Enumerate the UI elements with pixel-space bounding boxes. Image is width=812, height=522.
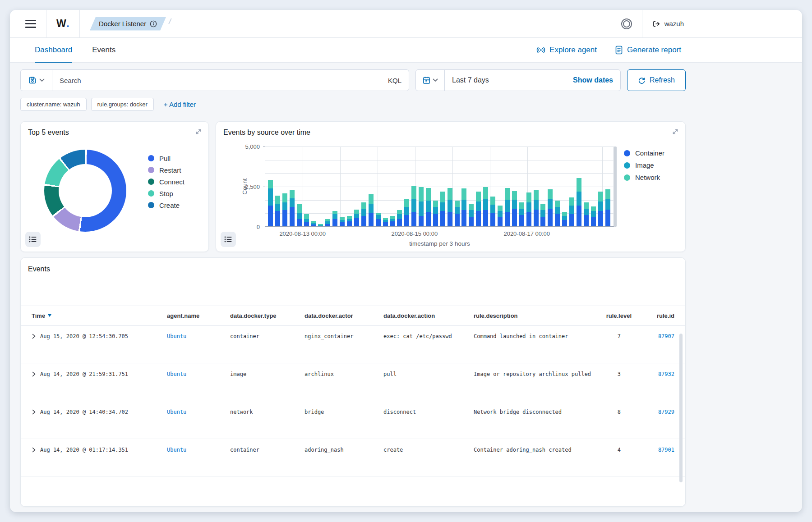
column-header-time[interactable]: Time xyxy=(32,312,167,319)
stacked-bar[interactable] xyxy=(598,192,603,226)
column-header-description[interactable]: rule.description xyxy=(474,312,595,319)
filter-pill[interactable]: cluster.name: wazuh xyxy=(20,98,87,111)
expand-row-icon[interactable] xyxy=(32,334,36,339)
kql-toggle[interactable]: KQL xyxy=(381,77,409,84)
stacked-bar[interactable] xyxy=(476,192,481,226)
stacked-bar[interactable] xyxy=(325,219,330,226)
agent-link[interactable]: Ubuntu xyxy=(167,333,186,339)
newsfeed-icon[interactable] xyxy=(621,18,632,29)
info-icon[interactable] xyxy=(150,20,157,27)
cell-time[interactable]: Aug 15, 2020 @ 12:54:30.705 xyxy=(32,333,167,339)
stacked-bar[interactable] xyxy=(433,201,438,226)
stacked-bar[interactable] xyxy=(534,190,539,226)
stacked-bar[interactable] xyxy=(397,210,402,226)
rule-id-link[interactable]: 87929 xyxy=(658,409,674,415)
stacked-bar[interactable] xyxy=(340,217,345,226)
stacked-bar[interactable] xyxy=(390,216,395,226)
filter-pill[interactable]: rule.groups: docker xyxy=(91,98,154,111)
expand-icon[interactable] xyxy=(195,128,202,135)
stacked-bar[interactable] xyxy=(376,213,381,226)
inspect-list-icon[interactable] xyxy=(221,232,236,247)
legend-item-restart[interactable]: Restart xyxy=(148,164,185,176)
saved-query-menu[interactable] xyxy=(21,70,52,91)
rule-id-link[interactable]: 87932 xyxy=(658,371,674,377)
stacked-bar[interactable] xyxy=(469,204,474,226)
stacked-bar[interactable] xyxy=(490,197,495,226)
stacked-bar[interactable] xyxy=(297,204,302,226)
user-menu[interactable]: wazuh xyxy=(652,20,684,28)
stacked-bar[interactable] xyxy=(584,202,589,226)
agent-link[interactable]: Ubuntu xyxy=(167,447,186,453)
inspect-list-icon[interactable] xyxy=(25,232,41,247)
stacked-bar[interactable] xyxy=(526,192,531,226)
stacked-bar[interactable] xyxy=(411,186,416,226)
table-scrollbar[interactable] xyxy=(679,334,683,482)
stacked-bar[interactable] xyxy=(290,190,295,226)
stacked-bar[interactable] xyxy=(555,201,560,226)
stacked-bar[interactable] xyxy=(605,189,610,226)
stacked-bar[interactable] xyxy=(562,212,567,226)
cell-time[interactable]: Aug 14, 2020 @ 14:40:34.702 xyxy=(32,409,167,415)
explore-agent-button[interactable]: Explore agent xyxy=(536,46,597,55)
expand-row-icon[interactable] xyxy=(32,371,36,377)
stacked-bar[interactable] xyxy=(548,189,553,226)
stacked-bar[interactable] xyxy=(361,202,366,226)
stacked-bar[interactable] xyxy=(419,187,424,226)
date-quick-menu[interactable] xyxy=(416,70,445,91)
date-range-value[interactable]: Last 7 days xyxy=(445,76,566,84)
legend-item-pull[interactable]: Pull xyxy=(148,152,185,164)
legend-item-network[interactable]: Network xyxy=(624,171,677,183)
rule-id-link[interactable]: 87901 xyxy=(658,447,674,453)
search-input[interactable]: Search xyxy=(52,77,381,84)
legend-item-image[interactable]: Image xyxy=(624,159,677,171)
stacked-bar[interactable] xyxy=(498,206,503,226)
column-header-action[interactable]: data.docker.action xyxy=(383,312,474,319)
rule-id-link[interactable]: 87907 xyxy=(658,333,674,339)
stacked-bar[interactable] xyxy=(591,206,596,226)
generate-report-button[interactable]: Generate report xyxy=(615,46,681,55)
stacked-bar[interactable] xyxy=(512,191,517,226)
agent-link[interactable]: Ubuntu xyxy=(167,371,186,377)
stacked-bar[interactable] xyxy=(332,211,337,226)
stacked-bar[interactable] xyxy=(282,193,287,226)
stacked-bar[interactable] xyxy=(354,210,359,226)
legend-item-create[interactable]: Create xyxy=(148,199,185,211)
expand-icon[interactable] xyxy=(672,128,679,135)
stacked-bar[interactable] xyxy=(455,201,460,226)
legend-item-container[interactable]: Container xyxy=(624,147,677,159)
expand-row-icon[interactable] xyxy=(32,409,36,415)
stacked-bar[interactable] xyxy=(483,187,488,226)
column-header-id[interactable]: rule.id xyxy=(632,312,674,319)
stacked-bar[interactable] xyxy=(540,204,545,226)
stacked-bar[interactable] xyxy=(505,188,510,226)
tab-events[interactable]: Events xyxy=(92,38,115,62)
column-header-type[interactable]: data.docker.type xyxy=(230,312,304,319)
stacked-bar[interactable] xyxy=(318,224,323,226)
column-header-actor[interactable]: data.docker.actor xyxy=(304,312,383,319)
stacked-bar[interactable] xyxy=(440,192,445,226)
column-header-level[interactable]: rule.level xyxy=(595,312,632,319)
menu-icon[interactable] xyxy=(25,20,36,28)
tab-dashboard[interactable]: Dashboard xyxy=(35,38,72,62)
legend-item-connect[interactable]: Connect xyxy=(148,176,185,188)
events-by-source-bar-chart[interactable]: Count timestamp per 3 hours 02,5005,0002… xyxy=(265,147,614,227)
table-row[interactable]: Aug 14, 2020 @ 21:59:31.751Ubuntuimagear… xyxy=(21,363,685,401)
column-header-agent[interactable]: agent.name xyxy=(167,312,230,319)
wazuh-logo[interactable]: W. xyxy=(56,18,69,30)
expand-row-icon[interactable] xyxy=(32,447,36,453)
show-dates-button[interactable]: Show dates xyxy=(566,76,620,84)
stacked-bar[interactable] xyxy=(304,214,309,226)
breadcrumb-docker-listener[interactable]: Docker Listener xyxy=(90,17,166,31)
stacked-bar[interactable] xyxy=(519,202,524,226)
stacked-bar[interactable] xyxy=(311,221,316,226)
refresh-button[interactable]: Refresh xyxy=(627,69,686,91)
add-filter-button[interactable]: + Add filter xyxy=(164,101,196,108)
stacked-bar[interactable] xyxy=(426,188,431,226)
legend-item-stop[interactable]: Stop xyxy=(148,188,185,199)
table-row[interactable]: Aug 15, 2020 @ 12:54:30.705Ubuntucontain… xyxy=(21,325,685,363)
stacked-bar[interactable] xyxy=(569,197,574,226)
stacked-bar[interactable] xyxy=(404,199,409,227)
table-row[interactable]: Aug 14, 2020 @ 14:40:34.702Ubuntunetwork… xyxy=(21,401,685,439)
cell-time[interactable]: Aug 14, 2020 @ 01:17:14.351 xyxy=(32,447,167,453)
stacked-bar[interactable] xyxy=(448,188,452,226)
